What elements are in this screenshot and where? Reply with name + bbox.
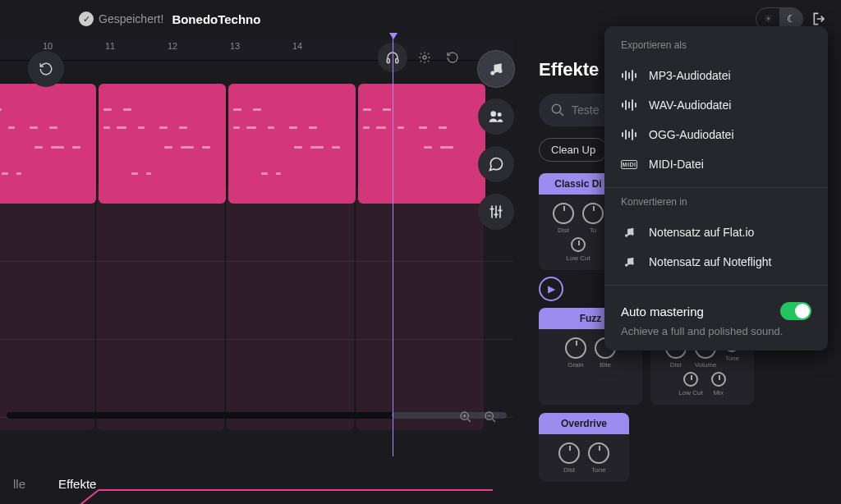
music-note-icon: [621, 255, 637, 268]
project-title: BonedoTechno: [172, 12, 260, 26]
convert-section-title: Konvertieren in: [621, 196, 811, 208]
waveform-icon: [621, 129, 637, 140]
auto-mastering-label: Auto mastering: [621, 305, 704, 318]
playhead[interactable]: [393, 38, 393, 456]
convert-noteflight[interactable]: Notensatz auf Noteflight: [621, 247, 811, 277]
auto-mastering-toggle[interactable]: [780, 302, 811, 320]
fx-card-overdrive[interactable]: Overdrive Dist Tone: [539, 413, 629, 482]
saved-label: Gespeichert!: [99, 12, 163, 25]
auto-mastering-desc: Achieve a full and polished sound.: [621, 325, 811, 337]
preview-play-button[interactable]: ▶: [539, 277, 563, 301]
zoom-out-icon[interactable]: [480, 407, 500, 427]
export-mp3[interactable]: MP3-Audiodatei: [621, 61, 811, 90]
svg-point-12: [625, 263, 627, 266]
waveform-icon: [621, 70, 637, 81]
scroll-bar[interactable]: [7, 412, 507, 419]
automation-clip[interactable]: [97, 184, 224, 430]
tab-effekte[interactable]: Effekte: [58, 477, 96, 491]
export-wav[interactable]: WAV-Audiodatei: [621, 90, 811, 120]
convert-flat[interactable]: Notensatz auf Flat.io: [621, 218, 811, 247]
export-midi[interactable]: MIDI MIDI-Datei: [621, 149, 811, 179]
music-note-icon: [621, 226, 637, 239]
comment-icon[interactable]: [478, 146, 514, 182]
music-note-icon[interactable]: [478, 51, 514, 87]
tag-cleanup[interactable]: Clean Up: [539, 138, 608, 162]
svg-point-7: [490, 111, 496, 117]
exit-icon[interactable]: [811, 11, 828, 27]
mixer-icon[interactable]: [478, 194, 514, 230]
zoom-in-icon[interactable]: [456, 407, 476, 427]
loop-icon[interactable]: [442, 47, 463, 68]
tab-lle[interactable]: lle: [13, 477, 25, 491]
midi-icon: MIDI: [621, 160, 637, 169]
svg-point-6: [499, 69, 503, 73]
refresh-button[interactable]: [28, 51, 64, 87]
collaborators-icon[interactable]: [478, 99, 514, 135]
saved-check-icon: ✓: [79, 11, 94, 26]
svg-point-8: [498, 112, 502, 117]
svg-point-5: [490, 71, 494, 76]
svg-rect-3: [396, 59, 398, 63]
export-section-title: Exportieren als: [621, 39, 811, 51]
svg-point-4: [423, 56, 426, 59]
export-ogg[interactable]: OGG-Audiodatei: [621, 120, 811, 149]
svg-point-13: [631, 262, 633, 264]
search-icon: [550, 103, 565, 121]
automation-clip[interactable]: [356, 184, 484, 430]
svg-point-9: [552, 104, 561, 113]
waveform-icon: [621, 99, 637, 111]
svg-point-11: [631, 232, 633, 235]
settings-icon[interactable]: [414, 47, 435, 68]
svg-rect-2: [387, 59, 389, 63]
export-menu: Exportieren als MP3-Audiodatei WAV-Audio…: [604, 26, 828, 351]
svg-point-10: [625, 234, 627, 236]
automation-clip[interactable]: [0, 184, 94, 430]
automation-clip[interactable]: [227, 184, 354, 430]
